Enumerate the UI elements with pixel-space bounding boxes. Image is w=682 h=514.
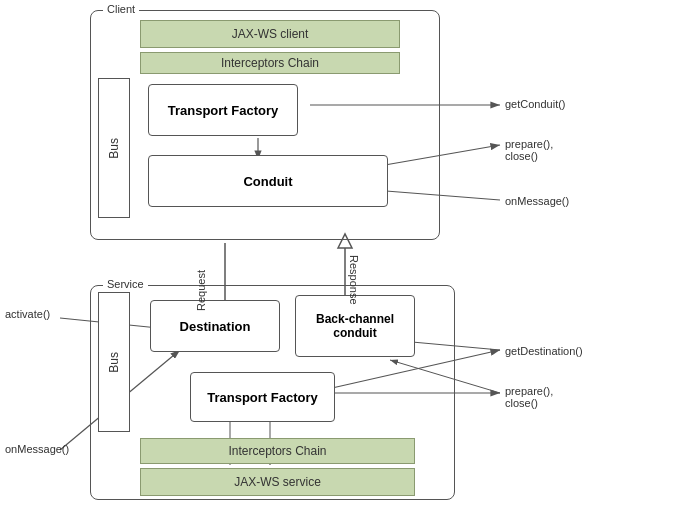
on-message-1-annotation: onMessage() — [505, 195, 569, 207]
bus-service-label: Bus — [107, 352, 121, 373]
interceptors-service-bar: Interceptors Chain — [140, 438, 415, 464]
bus-client-box: Bus — [98, 78, 130, 218]
service-label: Service — [103, 278, 148, 290]
conduit-box: Conduit — [148, 155, 388, 207]
activate-annotation: activate() — [5, 308, 50, 320]
get-conduit-annotation: getConduit() — [505, 98, 566, 110]
response-text: Response — [348, 255, 360, 305]
response-label: Response — [348, 255, 360, 305]
prepare-close-1-annotation: prepare(), close() — [505, 138, 553, 162]
conduit-label: Conduit — [243, 174, 292, 189]
diagram: Client JAX-WS client Interceptors Chain … — [0, 0, 682, 514]
destination-label: Destination — [180, 319, 251, 334]
transport-factory-client-label: Transport Factory — [168, 103, 279, 118]
get-destination-label: getDestination() — [505, 345, 583, 357]
bus-service-box: Bus — [98, 292, 130, 432]
request-text: Request — [195, 270, 207, 311]
jaxws-client-label: JAX-WS client — [232, 27, 309, 41]
bus-client-label: Bus — [107, 138, 121, 159]
transport-factory-service: Transport Factory — [190, 372, 335, 422]
transport-factory-service-label: Transport Factory — [207, 390, 318, 405]
get-conduit-label: getConduit() — [505, 98, 566, 110]
transport-factory-client: Transport Factory — [148, 84, 298, 136]
jaxws-client-bar: JAX-WS client — [140, 20, 400, 48]
client-label: Client — [103, 3, 139, 15]
interceptors-client-bar: Interceptors Chain — [140, 52, 400, 74]
activate-label: activate() — [5, 308, 50, 320]
jaxws-service-bar: JAX-WS service — [140, 468, 415, 496]
request-label: Request — [195, 270, 207, 311]
get-destination-annotation: getDestination() — [505, 345, 583, 357]
prepare-close-2-annotation: prepare(), close() — [505, 385, 553, 409]
backchannel-label: Back-channel conduit — [316, 312, 394, 340]
jaxws-service-label: JAX-WS service — [234, 475, 321, 489]
on-message-2-annotation: onMessage() — [5, 443, 69, 455]
interceptors-service-label: Interceptors Chain — [228, 444, 326, 458]
on-message-2-label: onMessage() — [5, 443, 69, 455]
prepare-close-2-label: prepare(), close() — [505, 385, 553, 409]
on-message-1-label: onMessage() — [505, 195, 569, 207]
interceptors-client-label: Interceptors Chain — [221, 56, 319, 70]
destination-box: Destination — [150, 300, 280, 352]
prepare-close-1-label: prepare(), close() — [505, 138, 553, 162]
